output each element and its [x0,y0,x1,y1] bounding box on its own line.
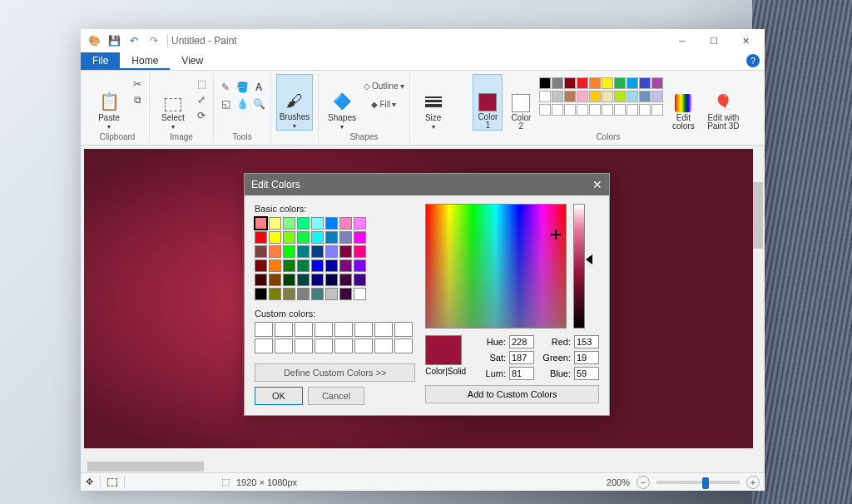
basic-swatch[interactable] [269,288,281,300]
palette-swatch[interactable] [639,104,651,116]
fill-icon[interactable]: 🪣 [235,81,249,94]
ok-button[interactable]: OK [255,387,303,405]
color-field[interactable] [425,204,567,329]
zoom-in-button[interactable]: + [746,476,760,489]
cut-icon[interactable]: ✂ [131,77,144,91]
magnify-icon[interactable]: 🔍 [252,97,265,111]
basic-swatch[interactable] [325,217,338,230]
basic-swatch[interactable] [283,231,295,244]
picker-icon[interactable]: 💧 [235,97,249,111]
tab-home[interactable]: Home [120,52,170,70]
fill-button[interactable]: ◆Fill▾ [364,97,404,111]
basic-swatch[interactable] [354,288,366,300]
palette-swatch[interactable] [602,91,613,102]
tab-view[interactable]: View [170,52,215,70]
palette-swatch[interactable] [627,77,638,89]
palette-swatch[interactable] [564,104,576,116]
edit-colors-button[interactable]: Edit colors [666,74,700,131]
basic-swatch[interactable] [354,231,366,244]
palette-swatch[interactable] [577,77,588,89]
basic-swatch[interactable] [283,274,295,286]
eraser-icon[interactable]: ◱ [219,97,232,111]
redo-icon[interactable]: ↷ [147,34,161,47]
basic-swatch[interactable] [325,259,338,272]
size-button[interactable]: Size ▾ [415,74,452,131]
palette-swatch[interactable] [564,77,576,89]
custom-swatch[interactable] [255,322,273,337]
basic-swatch[interactable] [354,259,366,272]
basic-swatch[interactable] [354,245,366,258]
brushes-button[interactable]: 🖌 Brushes ▾ [276,74,313,131]
crop-icon[interactable]: ⬚ [195,77,208,91]
custom-swatch[interactable] [275,322,293,337]
red-input[interactable] [574,335,599,348]
basic-swatch[interactable] [283,217,295,230]
custom-swatch[interactable] [295,322,313,337]
lum-input[interactable] [509,367,534,380]
help-icon[interactable]: ? [746,54,760,67]
palette-swatch[interactable] [651,104,663,116]
palette-swatch[interactable] [552,91,563,102]
custom-swatch[interactable] [394,322,413,337]
basic-swatch[interactable] [297,231,310,244]
basic-swatch[interactable] [311,274,324,286]
custom-swatch[interactable] [374,322,393,337]
palette-swatch[interactable] [602,77,613,89]
palette-swatch[interactable] [627,104,638,116]
crosshair-icon[interactable] [551,230,561,240]
close-button[interactable]: ✕ [730,31,761,51]
luminance-arrow-icon[interactable] [586,254,592,264]
basic-swatch[interactable] [339,288,352,300]
palette-swatch[interactable] [602,104,613,116]
green-input[interactable] [574,351,599,364]
text-icon[interactable]: A [252,81,265,94]
basic-swatch[interactable] [269,259,281,272]
palette-swatch[interactable] [552,77,563,89]
basic-swatch[interactable] [297,217,310,230]
maximize-button[interactable]: ☐ [698,31,730,51]
custom-swatch[interactable] [275,338,293,353]
palette-swatch[interactable] [564,91,576,102]
basic-swatch[interactable] [269,231,281,244]
palette-swatch[interactable] [589,104,601,116]
basic-swatch[interactable] [255,217,267,230]
custom-swatch[interactable] [354,322,373,337]
palette-swatch[interactable] [577,104,588,116]
color2-button[interactable]: Color 2 [506,74,536,131]
palette-swatch[interactable] [589,91,601,102]
zoom-slider[interactable] [656,481,740,484]
basic-swatch[interactable] [325,288,338,300]
basic-swatch[interactable] [283,259,295,272]
close-icon[interactable]: ✕ [592,178,602,191]
outline-button[interactable]: ◇Outline▾ [364,79,404,92]
rotate-icon[interactable]: ⟳ [195,109,208,122]
palette-swatch[interactable] [539,91,551,102]
basic-swatch[interactable] [339,245,352,258]
horizontal-scrollbar[interactable] [84,461,751,472]
palette-swatch[interactable] [539,77,551,89]
edit-3d-button[interactable]: 🎈 Edit with Paint 3D [703,74,743,131]
basic-swatch[interactable] [325,231,338,244]
palette-swatch[interactable] [639,77,651,89]
palette-swatch[interactable] [589,77,601,89]
basic-swatch[interactable] [283,245,295,258]
add-custom-button[interactable]: Add to Custom Colors [425,385,599,403]
basic-swatch[interactable] [255,288,267,300]
custom-swatch[interactable] [315,322,333,337]
define-custom-button[interactable]: Define Custom Colors >> [255,363,415,382]
palette-swatch[interactable] [639,91,651,102]
tab-file[interactable]: File [81,52,120,70]
blue-input[interactable] [574,367,599,380]
palette-swatch[interactable] [577,91,588,102]
basic-swatch[interactable] [354,217,366,230]
minimize-button[interactable]: ─ [666,31,698,51]
cancel-button[interactable]: Cancel [308,387,364,405]
hue-input[interactable] [509,335,534,348]
custom-swatch[interactable] [354,338,373,353]
basic-swatch[interactable] [269,245,281,258]
palette-swatch[interactable] [651,91,663,102]
basic-swatch[interactable] [311,288,324,300]
dialog-titlebar[interactable]: Edit Colors ✕ [245,174,609,195]
sat-input[interactable] [509,351,534,364]
paste-button[interactable]: 📋 Paste ▾ [91,74,127,131]
